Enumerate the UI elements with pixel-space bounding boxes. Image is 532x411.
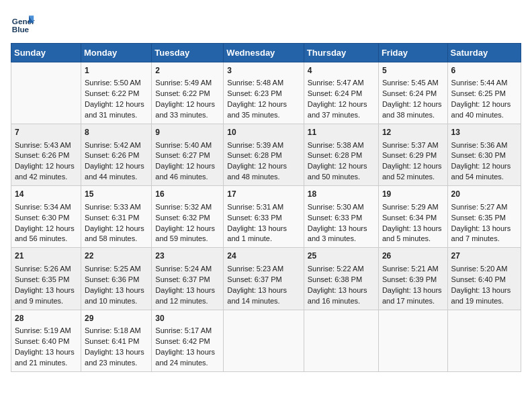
sunset: Sunset: 6:23 PM (227, 89, 281, 97)
daylight-label: Daylight: 12 hours and 50 minutes. (308, 162, 367, 181)
day-number: 4 (308, 65, 375, 77)
sunset: Sunset: 6:36 PM (85, 275, 139, 283)
daylight-label: Daylight: 13 hours and 21 minutes. (15, 348, 75, 367)
sunset: Sunset: 6:42 PM (155, 337, 210, 345)
calendar-cell: 30Sunrise: 5:17 AMSunset: 6:42 PMDayligh… (152, 310, 224, 371)
calendar-cell: 18Sunrise: 5:30 AMSunset: 6:33 PMDayligh… (304, 186, 378, 248)
sunset: Sunset: 6:37 PM (155, 275, 210, 283)
calendar-cell: 7Sunrise: 5:43 AMSunset: 6:26 PMDaylight… (11, 124, 81, 186)
sunrise: Sunrise: 5:30 AM (308, 203, 364, 211)
sunrise: Sunrise: 5:32 AM (155, 203, 212, 211)
calendar-cell (378, 310, 447, 371)
calendar-cell: 12Sunrise: 5:37 AMSunset: 6:29 PMDayligh… (378, 124, 447, 186)
sunrise: Sunrise: 5:21 AM (382, 265, 439, 273)
weekday-header-tuesday: Tuesday (152, 44, 224, 62)
day-number: 28 (15, 313, 77, 324)
day-number: 17 (227, 189, 300, 200)
sunrise: Sunrise: 5:39 AM (227, 141, 283, 149)
daylight-label: Daylight: 12 hours and 40 minutes. (451, 100, 511, 119)
sunrise: Sunrise: 5:38 AM (308, 141, 364, 149)
sunrise: Sunrise: 5:36 AM (451, 141, 508, 149)
sunset: Sunset: 6:37 PM (227, 275, 281, 283)
sunrise: Sunrise: 5:22 AM (308, 265, 364, 273)
day-number: 16 (155, 189, 220, 200)
sunrise: Sunrise: 5:27 AM (451, 203, 508, 211)
sunrise: Sunrise: 5:43 AM (15, 141, 71, 149)
logo: General Blue (11, 11, 35, 35)
sunrise: Sunrise: 5:44 AM (451, 79, 508, 87)
sunset: Sunset: 6:35 PM (451, 214, 506, 222)
weekday-header-wednesday: Wednesday (224, 44, 304, 62)
calendar-cell: 4Sunrise: 5:47 AMSunset: 6:24 PMDaylight… (304, 62, 378, 124)
sunset: Sunset: 6:25 PM (451, 89, 506, 97)
sunset: Sunset: 6:33 PM (227, 214, 281, 222)
calendar-cell: 9Sunrise: 5:40 AMSunset: 6:27 PMDaylight… (152, 124, 224, 186)
week-row-2: 7Sunrise: 5:43 AMSunset: 6:26 PMDaylight… (11, 124, 521, 186)
calendar-cell: 29Sunrise: 5:18 AMSunset: 6:41 PMDayligh… (81, 310, 152, 371)
calendar-cell: 14Sunrise: 5:34 AMSunset: 6:30 PMDayligh… (11, 186, 81, 248)
day-number: 10 (227, 127, 300, 138)
calendar-cell: 19Sunrise: 5:29 AMSunset: 6:34 PMDayligh… (378, 186, 447, 248)
daylight-label: Daylight: 12 hours and 48 minutes. (227, 162, 287, 181)
daylight-label: Daylight: 13 hours and 24 minutes. (155, 348, 215, 367)
day-number: 29 (85, 313, 148, 324)
calendar-cell: 8Sunrise: 5:42 AMSunset: 6:26 PMDaylight… (81, 124, 152, 186)
calendar-cell (11, 62, 81, 124)
daylight-label: Daylight: 13 hours and 23 minutes. (85, 348, 144, 367)
daylight-label: Daylight: 13 hours and 16 minutes. (308, 286, 367, 305)
day-number: 5 (382, 65, 444, 77)
sunset: Sunset: 6:22 PM (85, 89, 139, 97)
calendar-cell: 17Sunrise: 5:31 AMSunset: 6:33 PMDayligh… (224, 186, 304, 248)
daylight-label: Daylight: 13 hours and 5 minutes. (382, 224, 442, 243)
calendar-cell: 20Sunrise: 5:27 AMSunset: 6:35 PMDayligh… (447, 186, 521, 248)
sunset: Sunset: 6:28 PM (227, 151, 281, 159)
sunrise: Sunrise: 5:26 AM (15, 265, 71, 273)
day-number: 21 (15, 250, 77, 262)
daylight-label: Daylight: 12 hours and 44 minutes. (85, 162, 144, 181)
daylight-label: Daylight: 13 hours and 19 minutes. (451, 286, 511, 305)
sunset: Sunset: 6:40 PM (451, 275, 506, 283)
daylight-label: Daylight: 13 hours and 9 minutes. (15, 286, 75, 305)
day-number: 30 (155, 313, 220, 324)
sunrise: Sunrise: 5:47 AM (308, 79, 364, 87)
daylight-label: Daylight: 12 hours and 54 minutes. (451, 162, 511, 181)
calendar-cell (304, 310, 378, 371)
sunset: Sunset: 6:24 PM (308, 89, 362, 97)
daylight-label: Daylight: 12 hours and 52 minutes. (382, 162, 442, 181)
day-number: 22 (85, 250, 148, 262)
calendar-cell: 16Sunrise: 5:32 AMSunset: 6:32 PMDayligh… (152, 186, 224, 248)
sunrise: Sunrise: 5:42 AM (85, 141, 141, 149)
sunrise: Sunrise: 5:18 AM (85, 326, 141, 334)
calendar-cell: 24Sunrise: 5:23 AMSunset: 6:37 PMDayligh… (224, 248, 304, 310)
week-row-3: 14Sunrise: 5:34 AMSunset: 6:30 PMDayligh… (11, 186, 521, 248)
daylight-label: Daylight: 12 hours and 42 minutes. (15, 162, 75, 181)
sunrise: Sunrise: 5:24 AM (155, 265, 212, 273)
sunrise: Sunrise: 5:25 AM (85, 265, 141, 273)
sunrise: Sunrise: 5:34 AM (15, 203, 71, 211)
weekday-header-row: SundayMondayTuesdayWednesdayThursdayFrid… (11, 44, 521, 62)
daylight-label: Daylight: 13 hours and 7 minutes. (451, 224, 511, 243)
daylight-label: Daylight: 13 hours and 3 minutes. (308, 224, 367, 243)
sunset: Sunset: 6:32 PM (155, 214, 210, 222)
weekday-header-saturday: Saturday (447, 44, 521, 62)
calendar-cell: 23Sunrise: 5:24 AMSunset: 6:37 PMDayligh… (152, 248, 224, 310)
daylight-label: Daylight: 12 hours and 56 minutes. (15, 224, 75, 243)
sunrise: Sunrise: 5:45 AM (382, 79, 439, 87)
daylight-label: Daylight: 13 hours and 14 minutes. (227, 286, 287, 305)
sunrise: Sunrise: 5:33 AM (85, 203, 141, 211)
sunrise: Sunrise: 5:48 AM (227, 79, 283, 87)
calendar-cell: 11Sunrise: 5:38 AMSunset: 6:28 PMDayligh… (304, 124, 378, 186)
sunset: Sunset: 6:33 PM (308, 214, 362, 222)
day-number: 23 (155, 250, 220, 262)
sunset: Sunset: 6:26 PM (15, 151, 69, 159)
calendar-cell: 22Sunrise: 5:25 AMSunset: 6:36 PMDayligh… (81, 248, 152, 310)
sunrise: Sunrise: 5:19 AM (15, 326, 71, 334)
daylight-label: Daylight: 12 hours and 37 minutes. (308, 100, 367, 119)
sunset: Sunset: 6:22 PM (155, 89, 210, 97)
sunrise: Sunrise: 5:20 AM (451, 265, 508, 273)
calendar-cell: 2Sunrise: 5:49 AMSunset: 6:22 PMDaylight… (152, 62, 224, 124)
daylight-label: Daylight: 12 hours and 33 minutes. (155, 100, 215, 119)
day-number: 24 (227, 250, 300, 262)
daylight-label: Daylight: 13 hours and 1 minute. (227, 224, 287, 243)
day-number: 14 (15, 189, 77, 200)
